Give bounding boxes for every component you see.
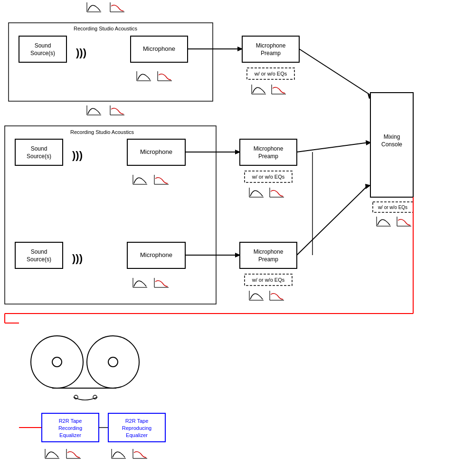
svg-text:Sound: Sound (31, 145, 47, 152)
svg-rect-35 (15, 139, 63, 165)
svg-text:Microphone: Microphone (256, 42, 286, 49)
svg-point-102 (74, 395, 78, 399)
svg-line-79 (297, 185, 368, 255)
svg-rect-10 (131, 36, 188, 62)
svg-text:Source(s): Source(s) (27, 153, 51, 160)
svg-marker-80 (365, 184, 371, 189)
diagram-container: Recording Studio Acoustics Sound Source(… (0, 0, 454, 476)
svg-text:Mixing: Mixing (384, 133, 400, 140)
svg-rect-62 (127, 242, 185, 268)
svg-marker-65 (235, 253, 241, 257)
svg-text:Sound: Sound (35, 42, 51, 49)
svg-line-56 (297, 143, 368, 152)
svg-text:Sound: Sound (31, 248, 47, 255)
svg-marker-57 (366, 140, 371, 145)
svg-rect-82 (370, 93, 413, 197)
svg-text:w/ or w/o EQs: w/ or w/o EQs (254, 71, 287, 76)
svg-rect-17 (247, 68, 294, 79)
svg-point-100 (108, 357, 118, 367)
svg-text:Source(s): Source(s) (30, 50, 55, 57)
svg-rect-66 (240, 242, 297, 268)
svg-marker-28 (368, 94, 372, 99)
svg-text:Equalizer: Equalizer (59, 432, 81, 438)
svg-rect-46 (245, 171, 292, 182)
svg-text:Preamp: Preamp (258, 153, 278, 160)
svg-rect-69 (245, 274, 292, 286)
svg-rect-104 (42, 413, 99, 442)
svg-rect-85 (373, 202, 413, 212)
svg-text:R2R Tape: R2R Tape (125, 418, 149, 424)
svg-text:Preamp: Preamp (261, 50, 281, 57)
svg-text:Microphone: Microphone (254, 248, 284, 255)
svg-marker-109 (108, 425, 113, 430)
svg-text:Recording: Recording (58, 425, 82, 431)
svg-text:Microphone: Microphone (143, 45, 175, 52)
svg-text:w/ or w/o EQs: w/ or w/o EQs (252, 277, 285, 283)
svg-rect-33 (5, 126, 216, 304)
svg-text:w/ or w/o EQs: w/ or w/o EQs (378, 205, 407, 210)
svg-text:Source(s): Source(s) (27, 256, 51, 263)
svg-text:Reproducing: Reproducing (122, 425, 151, 431)
svg-rect-14 (242, 36, 299, 62)
svg-marker-42 (235, 150, 241, 154)
svg-text:Equalizer: Equalizer (126, 432, 148, 438)
svg-text:Microphone: Microphone (140, 148, 172, 155)
svg-marker-96 (42, 425, 47, 430)
svg-rect-58 (15, 242, 63, 268)
svg-rect-4 (9, 23, 213, 101)
svg-rect-43 (240, 139, 297, 165)
svg-point-99 (87, 336, 139, 388)
svg-text:Preamp: Preamp (258, 256, 278, 263)
svg-line-27 (299, 49, 370, 95)
svg-point-103 (93, 395, 97, 399)
svg-rect-6 (19, 36, 66, 62)
svg-text:Recording Studio Acoustics: Recording Studio Acoustics (74, 26, 137, 31)
svg-point-97 (31, 336, 83, 388)
svg-rect-110 (108, 413, 165, 442)
svg-text:Microphone: Microphone (140, 251, 172, 258)
svg-rect-39 (127, 139, 185, 165)
svg-text:))): ))) (72, 252, 83, 264)
svg-text:))): ))) (72, 149, 83, 161)
svg-text:Microphone: Microphone (254, 145, 284, 152)
svg-point-98 (52, 357, 62, 367)
svg-text:Console: Console (381, 141, 402, 148)
svg-text:w/ or w/o EQs: w/ or w/o EQs (252, 174, 285, 180)
svg-text:R2R Tape: R2R Tape (59, 418, 82, 424)
svg-marker-13 (237, 47, 243, 51)
svg-text:Recording Studio Acoustics: Recording Studio Acoustics (70, 129, 134, 135)
svg-text:))): ))) (76, 47, 86, 58)
